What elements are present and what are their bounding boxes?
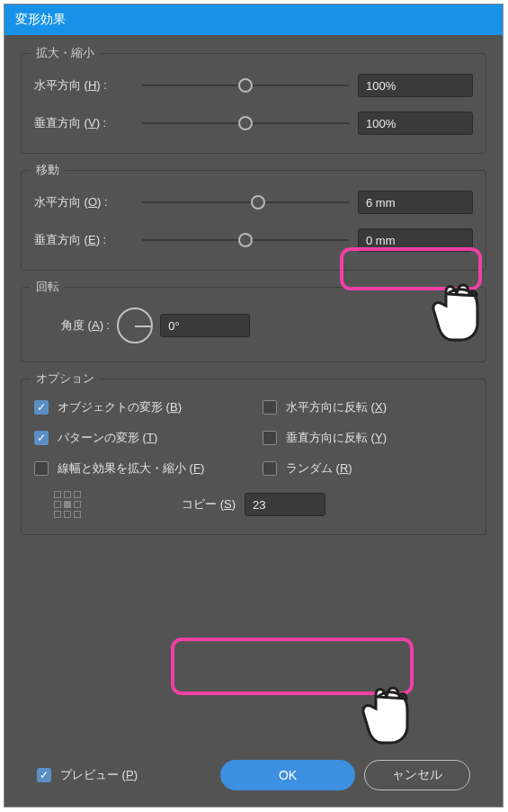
rotate-group: 回転 角度 (A) :	[21, 287, 486, 362]
transform-patterns-row[interactable]: ✓ パターンの変形 (T)	[34, 430, 245, 446]
move-h-slider[interactable]	[142, 194, 349, 210]
scale-h-label: 水平方向 (H) :	[34, 77, 133, 94]
preview-checkbox[interactable]: ✓	[37, 768, 51, 782]
scale-h-row: 水平方向 (H) :	[34, 74, 473, 97]
copies-label: コピー (S)	[182, 496, 236, 513]
transform-objects-label: オブジェクトの変形 (B)	[58, 399, 182, 415]
options-grid: ✓ オブジェクトの変形 (B) 水平方向に反転 (X) ✓ パターンの変形 (T…	[34, 399, 473, 477]
copies-input[interactable]	[245, 493, 325, 516]
preview-row[interactable]: ✓ プレビュー (P)	[37, 767, 138, 783]
rotate-group-title: 回転	[31, 279, 65, 295]
move-h-row: 水平方向 (O) :	[34, 191, 473, 214]
move-group: 移動 水平方向 (O) : 垂直方向 (E) :	[21, 170, 486, 271]
random-row[interactable]: ランダム (R)	[263, 460, 473, 477]
reflect-y-checkbox[interactable]	[263, 431, 277, 445]
scale-strokes-label: 線幅と効果を拡大・縮小 (F)	[58, 460, 204, 477]
scale-h-input[interactable]	[358, 74, 473, 97]
move-h-label: 水平方向 (O) :	[34, 194, 133, 210]
preview-label: プレビュー (P)	[60, 767, 138, 783]
scale-v-input[interactable]	[358, 112, 473, 135]
registration-point-icon[interactable]	[54, 491, 81, 518]
scale-strokes-row[interactable]: 線幅と効果を拡大・縮小 (F)	[34, 460, 245, 477]
move-v-slider[interactable]	[142, 232, 349, 248]
options-group: オプション ✓ オブジェクトの変形 (B) 水平方向に反転 (X) ✓	[21, 379, 486, 535]
cancel-button[interactable]: ャンセル	[364, 760, 470, 790]
random-label: ランダム (R)	[286, 460, 352, 477]
dialog-title: 変形効果	[4, 4, 503, 35]
transform-patterns-label: パターンの変形 (T)	[58, 430, 157, 446]
rotate-angle-label: 角度 (A) :	[61, 317, 110, 334]
dialog-footer: ✓ プレビュー (P) OK ャンセル	[21, 760, 486, 794]
reflect-x-row[interactable]: 水平方向に反転 (X)	[263, 399, 473, 415]
random-checkbox[interactable]	[263, 461, 277, 476]
dialog-content: 拡大・縮小 水平方向 (H) : 垂直方向 (V) :	[4, 35, 503, 807]
reflect-x-checkbox[interactable]	[263, 400, 277, 415]
options-group-title: オプション	[31, 370, 100, 387]
scale-v-label: 垂直方向 (V) :	[34, 115, 133, 131]
move-v-label: 垂直方向 (E) :	[34, 232, 133, 248]
move-group-title: 移動	[31, 162, 65, 178]
reflect-y-label: 垂直方向に反転 (Y)	[286, 430, 387, 446]
scale-group: 拡大・縮小 水平方向 (H) : 垂直方向 (V) :	[21, 53, 486, 154]
rotate-angle-input[interactable]	[160, 314, 250, 337]
transform-objects-row[interactable]: ✓ オブジェクトの変形 (B)	[34, 399, 245, 415]
scale-strokes-checkbox[interactable]	[34, 461, 49, 476]
move-v-input[interactable]	[358, 228, 473, 252]
scale-v-slider[interactable]	[142, 115, 349, 131]
transform-patterns-checkbox[interactable]: ✓	[34, 431, 49, 445]
reflect-x-label: 水平方向に反転 (X)	[286, 399, 387, 415]
transform-effect-dialog: 変形効果 拡大・縮小 水平方向 (H) : 垂直方向 (V) :	[4, 4, 504, 808]
scale-v-row: 垂直方向 (V) :	[34, 112, 473, 135]
move-h-input[interactable]	[358, 191, 473, 214]
rotate-angle-row: 角度 (A) :	[34, 308, 473, 344]
reflect-y-row[interactable]: 垂直方向に反転 (Y)	[263, 430, 473, 446]
transform-objects-checkbox[interactable]: ✓	[34, 400, 49, 415]
copies-row: コピー (S)	[34, 493, 473, 516]
scale-group-title: 拡大・縮小	[31, 45, 100, 61]
angle-dial[interactable]	[117, 308, 153, 344]
ok-button[interactable]: OK	[220, 760, 355, 790]
move-v-row: 垂直方向 (E) :	[34, 228, 473, 252]
scale-h-slider[interactable]	[142, 77, 349, 94]
